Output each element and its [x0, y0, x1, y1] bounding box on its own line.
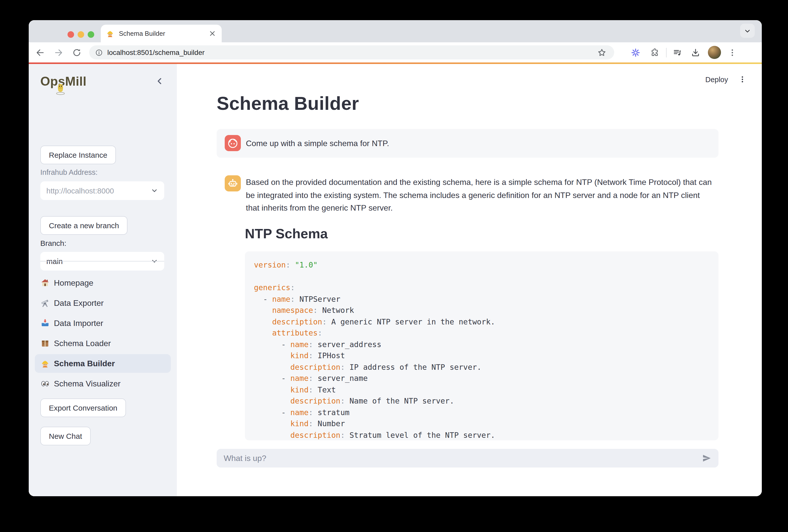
tab-search-chevron-icon [744, 27, 751, 35]
sidebar-item-homepage[interactable]: Homepage [35, 276, 171, 290]
forward-icon[interactable] [54, 47, 63, 57]
zoom-window-button[interactable] [88, 31, 94, 38]
sidebar-item-label: Schema Visualizer [54, 379, 120, 388]
sidebar-item-label: Homepage [54, 278, 94, 288]
package-icon [40, 338, 50, 348]
app-header-actions: Deploy [705, 75, 747, 84]
sidebar-item-data-importer[interactable]: Data Importer [35, 316, 171, 330]
browser-window: Schema Builder [29, 20, 762, 496]
user-message-text: Come up with a simple schema for NTP. [246, 139, 389, 148]
replace-instance-button[interactable]: Replace Instance [40, 145, 116, 164]
yaml-code-block[interactable]: version: "1.0" generics: - name: NTPServ… [245, 251, 718, 440]
assistant-message-text: Based on the provided documentation and … [246, 176, 714, 214]
robot-face-icon [227, 177, 239, 190]
user-message: Come up with a simple schema for NTP. [217, 129, 718, 158]
minimize-window-button[interactable] [78, 31, 84, 38]
url-bar[interactable]: localhost:8501/schema_builder [89, 45, 614, 59]
puzzle-extensions-icon[interactable] [650, 47, 659, 57]
browser-toolbar: localhost:8501/schema_builder [29, 42, 762, 62]
download-icon[interactable] [691, 47, 700, 57]
toolbar-separator [666, 47, 667, 57]
sidebar: OpsMill Infrahub Address: http://localho… [29, 64, 177, 496]
infrahub-address-select[interactable]: http://localhost:8000 [40, 181, 164, 200]
collapse-sidebar-icon[interactable] [156, 77, 164, 85]
infrahub-address-label: Infrahub Address: [40, 168, 98, 176]
app-root: OpsMill Infrahub Address: http://localho… [29, 64, 762, 496]
deploy-button[interactable]: Deploy [705, 75, 728, 83]
kebab-menu-icon[interactable] [728, 47, 737, 57]
close-window-button[interactable] [67, 31, 74, 38]
sidebar-item-schema-visualizer[interactable]: Schema Visualizer [35, 377, 171, 390]
new-chat-button[interactable]: New Chat [40, 427, 91, 445]
opsmill-logo: OpsMill [40, 74, 86, 92]
app-menu-kebab-icon[interactable] [738, 75, 747, 84]
export-conversation-button[interactable]: Export Conversation [40, 398, 126, 417]
sidebar-item-schema-builder[interactable]: Schema Builder [35, 354, 171, 373]
sidebar-item-label: Schema Loader [54, 339, 111, 348]
browser-tab[interactable]: Schema Builder [101, 25, 222, 42]
house-icon [40, 278, 50, 288]
sidebar-item-data-exporter[interactable]: Data Exporter [35, 296, 171, 310]
tab-title: Schema Builder [119, 30, 208, 37]
extension-asterisk-icon[interactable] [631, 47, 641, 57]
chat-input-container [217, 449, 718, 468]
assistant-avatar [225, 175, 241, 192]
infrahub-address-value: http://localhost:8000 [46, 186, 114, 195]
sidebar-divider [40, 261, 164, 261]
send-icon[interactable] [702, 453, 711, 463]
sidebar-item-schema-loader[interactable]: Schema Loader [35, 337, 171, 350]
main-content: Deploy Schema Builder Come up with [177, 64, 762, 496]
media-playlist-icon[interactable] [673, 47, 682, 57]
telescope-icon [40, 298, 50, 308]
sidebar-item-label: Data Importer [54, 319, 103, 328]
url-text: localhost:8501/schema_builder [107, 48, 204, 56]
profile-avatar[interactable] [708, 46, 721, 59]
branch-label: Branch: [40, 239, 66, 248]
inbox-tray-icon [40, 318, 50, 328]
tab-strip: Schema Builder [29, 20, 762, 42]
close-icon[interactable] [208, 29, 217, 38]
user-avatar [225, 135, 241, 151]
tab-search-button[interactable] [740, 24, 755, 38]
back-icon[interactable] [35, 47, 45, 57]
yaml-code: version: "1.0" generics: - name: NTPServ… [254, 259, 709, 440]
dropdown-chevron-icon [151, 187, 158, 195]
screenshot-stage: Schema Builder [0, 0, 788, 532]
reload-icon[interactable] [72, 47, 82, 57]
create-branch-button[interactable]: Create a new branch [40, 216, 128, 235]
sidebar-item-label: Schema Builder [54, 359, 115, 368]
info-icon[interactable] [95, 48, 103, 56]
opsmill-mascot-icon [55, 82, 66, 95]
construction-worker-icon [40, 359, 50, 368]
sidebar-item-label: Data Exporter [54, 298, 103, 308]
construction-worker-icon [106, 29, 114, 38]
bookmark-star-icon[interactable] [597, 47, 607, 57]
chat-input[interactable] [224, 454, 702, 463]
section-heading: NTP Schema [245, 225, 328, 242]
eyes-icon [40, 379, 50, 389]
page-title: Schema Builder [217, 93, 359, 115]
user-face-icon [227, 137, 239, 149]
